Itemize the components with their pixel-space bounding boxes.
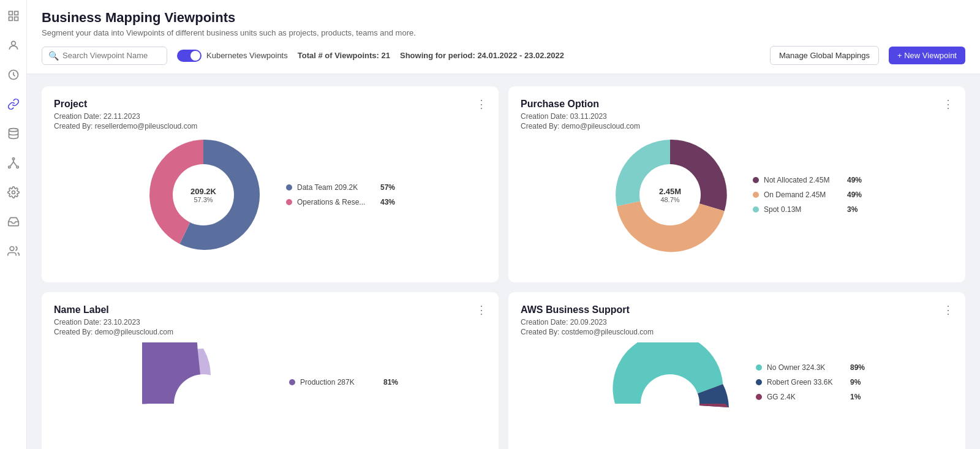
legend-pct: 49% <box>847 191 862 199</box>
sidebar <box>0 0 27 449</box>
legend-item: Spot 0.13M 3% <box>753 205 862 214</box>
chart-area: 209.2K 57.3% Data Team 209.2K 57% Operat… <box>54 137 486 253</box>
chart-area: 287K 81% Production 287K 81% <box>54 342 486 422</box>
legend-item: Production 287K 81% <box>289 378 398 387</box>
legend-dot <box>756 364 762 371</box>
sidebar-icon-user[interactable] <box>5 37 22 54</box>
chart-legend: Data Team 209.2K 57% Operations & Rese..… <box>286 183 395 206</box>
legend-pct: 89% <box>850 363 865 372</box>
legend-item: On Demand 2.45M 49% <box>753 191 862 199</box>
manage-global-mappings-button[interactable]: Manage Global Mappings <box>770 46 879 65</box>
card-creation-date: Creation Date: 23.10.2023 <box>54 318 486 326</box>
legend-dot <box>756 394 762 400</box>
svg-point-11 <box>10 247 14 251</box>
showing-period-stat: Showing for period: 24.01.2022 - 23.02.2… <box>400 51 564 60</box>
sidebar-icon-clock[interactable] <box>5 66 22 83</box>
pie-center-label: 2.45M 48.7% <box>659 187 681 203</box>
legend-dot <box>286 199 292 205</box>
svg-point-6 <box>9 129 18 132</box>
cards-grid: Project Creation Date: 22.11.2023 Create… <box>27 74 980 449</box>
card-title: Purchase Option <box>521 99 953 110</box>
card-creation-date: Creation Date: 22.11.2023 <box>54 112 486 121</box>
half-pie-chart: 287K 81% <box>142 342 265 422</box>
card-menu-button[interactable]: ⋮ <box>476 97 488 111</box>
main-content: Business Mapping Viewpoints Segment your… <box>27 0 980 449</box>
chart-area: 2.45M 48.7% Not Allocated 2.45M 49% On D… <box>521 137 953 253</box>
legend-item: Operations & Rese... 43% <box>286 198 395 206</box>
card-menu-button[interactable]: ⋮ <box>943 303 954 317</box>
legend-dot <box>753 206 759 213</box>
sidebar-icon-settings[interactable] <box>5 184 22 201</box>
svg-point-10 <box>12 191 15 194</box>
chart-legend: Not Allocated 2.45M 49% On Demand 2.45M … <box>753 176 862 214</box>
new-viewpoint-button[interactable]: + New Viewpoint <box>889 47 965 64</box>
legend-dot <box>753 192 759 198</box>
kubernetes-toggle-group: Kubernetes Viewpoints <box>177 50 288 62</box>
legend-pct: 49% <box>847 176 862 184</box>
card-title: AWS Business Support <box>521 304 953 315</box>
svg-rect-1 <box>14 12 18 15</box>
svg-point-8 <box>8 166 10 168</box>
pie-chart: 2.45M 48.7% <box>612 137 728 253</box>
legend-label: On Demand 2.45M <box>764 191 837 199</box>
sidebar-icon-hierarchy[interactable] <box>5 154 22 172</box>
svg-point-9 <box>17 166 18 168</box>
sidebar-icon-grid[interactable] <box>5 7 22 25</box>
legend-item: Robert Green 33.6K 9% <box>756 378 865 387</box>
card-menu-button[interactable]: ⋮ <box>943 97 954 111</box>
pie-center-label: 209.2K 57.3% <box>190 187 216 203</box>
legend-label: No Owner 324.3K <box>767 363 840 372</box>
svg-point-4 <box>11 41 15 45</box>
page-title: Business Mapping Viewpoints <box>42 10 965 26</box>
legend-item: Not Allocated 2.45M 49% <box>753 176 862 184</box>
kubernetes-toggle-label: Kubernetes Viewpoints <box>206 51 288 60</box>
card-title: Project <box>54 99 486 110</box>
sidebar-icon-people[interactable] <box>5 243 22 260</box>
pie-secondary-label: 155.8K 42.7% <box>127 230 151 246</box>
legend-pct: 3% <box>847 205 858 214</box>
legend-pct: 81% <box>383 378 398 387</box>
legend-pct: 43% <box>380 198 395 206</box>
header-controls: 🔍 Kubernetes Viewpoints Total # of Viewp… <box>42 46 965 74</box>
total-viewpoints-stat: Total # of Viewpoints: 21 <box>298 51 390 60</box>
page-subtitle: Segment your data into Viewpoints of dif… <box>42 28 965 37</box>
legend-label: GG 2.4K <box>767 393 840 401</box>
card-created-by: Created By: demo@pileuscloud.com <box>54 328 486 336</box>
sidebar-icon-inbox[interactable] <box>5 213 22 230</box>
card-menu-button[interactable]: ⋮ <box>476 303 488 317</box>
legend-label: Robert Green 33.6K <box>767 378 840 387</box>
legend-dot <box>286 184 292 191</box>
svg-rect-0 <box>9 12 12 15</box>
legend-dot <box>289 379 295 385</box>
chart-legend: No Owner 324.3K 89% Robert Green 33.6K 9… <box>756 363 865 401</box>
card-aws-business-support: AWS Business Support Creation Date: 20.0… <box>508 292 965 449</box>
pie-chart: 209.2K 57.3% <box>145 137 262 253</box>
card-project: Project Creation Date: 22.11.2023 Create… <box>42 86 499 282</box>
pie-bottom-label: 2.45M 48.7% <box>823 225 843 241</box>
svg-point-7 <box>12 158 14 160</box>
svg-rect-2 <box>9 17 12 21</box>
card-created-by: Created By: demo@pileuscloud.com <box>521 122 953 130</box>
chart-area: 324.3K 89% No Owner 324.3K 89% Robert Gr… <box>521 342 953 422</box>
card-created-by: Created By: resellerdemo@pileuscloud.com <box>54 122 486 130</box>
search-box[interactable]: 🔍 <box>42 47 167 65</box>
sidebar-icon-database[interactable] <box>5 125 22 142</box>
kubernetes-toggle[interactable] <box>177 50 202 62</box>
card-title: Name Label <box>54 304 486 315</box>
page-header: Business Mapping Viewpoints Segment your… <box>27 0 980 74</box>
card-purchase-option: Purchase Option Creation Date: 03.11.202… <box>508 86 965 282</box>
legend-label: Production 287K <box>300 378 374 387</box>
legend-label: Operations & Rese... <box>297 198 371 206</box>
sidebar-icon-link[interactable] <box>5 96 22 113</box>
legend-label: Not Allocated 2.45M <box>764 176 837 184</box>
card-name-label: Name Label Creation Date: 23.10.2023 Cre… <box>42 292 499 449</box>
legend-label: Spot 0.13M <box>764 205 837 214</box>
half-pie-center-label: 287K 81% <box>193 395 213 412</box>
chart-legend: Production 287K 81% <box>289 378 398 387</box>
legend-item: GG 2.4K 1% <box>756 393 865 401</box>
legend-pct: 57% <box>380 183 395 192</box>
legend-pct: 1% <box>850 393 861 401</box>
search-icon: 🔍 <box>48 51 59 61</box>
half-pie-chart: 324.3K 89% <box>609 342 731 422</box>
search-input[interactable] <box>62 51 160 60</box>
